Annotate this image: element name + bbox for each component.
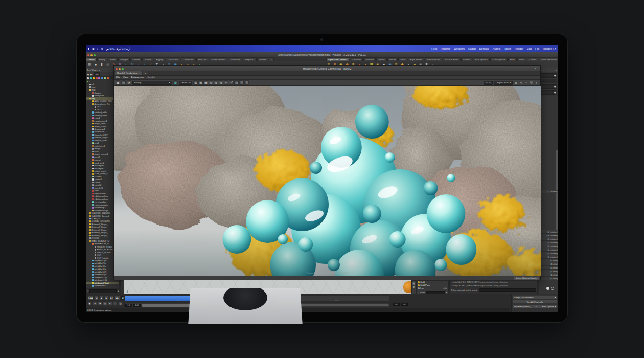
shelf-tab[interactable]: Simple FX xyxy=(243,57,257,61)
menubar-menu-item[interactable]: Takes xyxy=(504,47,511,50)
shelf-tab[interactable]: Model xyxy=(108,57,118,61)
wifi-icon[interactable]: ◉ xyxy=(92,47,95,50)
shelf-tab[interactable]: Modify xyxy=(97,57,107,61)
menubar-menu-item[interactable]: Help xyxy=(431,47,437,50)
children-count-row[interactable]: (0 children) xyxy=(539,252,558,255)
tree-filter-icon[interactable] xyxy=(101,77,103,79)
shelf-tab[interactable]: Wires xyxy=(517,57,527,61)
shelf-tab[interactable]: Terrain FX xyxy=(228,57,242,61)
renderview-tool-icon[interactable]: ⊘ xyxy=(219,80,223,85)
menubar-menu-item[interactable]: File xyxy=(535,47,539,50)
renderview-tool-icon[interactable]: ◑ xyxy=(534,80,539,85)
end-frame-field[interactable]: 240 xyxy=(393,303,400,306)
playbar-option-icon[interactable]: ▤ xyxy=(118,301,123,306)
renderview-tool-icon[interactable]: ⊕ xyxy=(214,80,218,85)
children-count-row[interactable]: (18 children) xyxy=(539,234,558,237)
children-count-row[interactable]: (0 children) xyxy=(539,230,558,234)
shelf-tab[interactable]: Collisions xyxy=(350,57,363,61)
renderview-tool-icon[interactable]: ⤢ xyxy=(229,80,234,85)
render-target-icon[interactable]: ◉ xyxy=(173,80,178,85)
shelf-tab[interactable]: Deform xyxy=(130,57,142,61)
parameter-field[interactable]: 🎥︎ xyxy=(540,90,557,95)
snapshot-icon[interactable]: ▣ xyxy=(116,80,120,85)
playbar-option-icon[interactable]: ◎ xyxy=(103,301,107,306)
menu-item[interactable]: View xyxy=(123,76,128,79)
renderview-tool-icon[interactable]: ▦ xyxy=(198,80,203,85)
node-path[interactable]: obj/Atmospheric_ xyxy=(514,305,531,308)
grid-icon[interactable]: ▦ xyxy=(412,282,415,285)
playbar-option-icon[interactable]: ◉ xyxy=(87,301,92,306)
shelf-tab[interactable]: Drive Simulation xyxy=(539,57,558,61)
transport-button[interactable]: ▶ xyxy=(104,296,109,300)
shelf-tab[interactable]: Texture xyxy=(142,57,153,61)
shelf-tab[interactable]: Hair Utils xyxy=(196,57,209,61)
children-count-row[interactable]: (0 children) xyxy=(539,248,558,252)
children-count-row[interactable]: (1 child) xyxy=(539,273,558,277)
tree-filter-icon[interactable] xyxy=(107,77,109,79)
filter-input[interactable] xyxy=(89,289,116,293)
tree-filter-icon[interactable] xyxy=(90,77,92,79)
renderview-tool-icon[interactable]: ⎙ xyxy=(244,80,249,85)
add-tab-button[interactable]: + xyxy=(143,71,148,75)
renderview-tool-icon[interactable]: ⌕ xyxy=(524,80,528,85)
restart-render-icon[interactable]: ⟳ xyxy=(127,80,131,85)
menubar-menu-item[interactable]: Edit xyxy=(527,47,532,50)
auto-refresh-select[interactable]: ‹ Auto ›▾ xyxy=(179,81,192,85)
shelf-tab[interactable]: Polygon xyxy=(118,57,130,61)
shelf-tab[interactable]: Volume xyxy=(257,57,268,61)
forward-icon[interactable]: ▶ xyxy=(90,72,93,77)
battery-icon[interactable]: ▮ xyxy=(88,47,89,50)
add-tab-icon[interactable]: + xyxy=(99,69,100,71)
menu-item[interactable]: Preferences xyxy=(131,76,144,79)
tree-filter-icon[interactable] xyxy=(93,77,95,79)
auto-update-select[interactable]: Auto Update ▾ xyxy=(542,305,556,308)
children-count-row[interactable]: (1 child) xyxy=(539,259,558,262)
transport-button[interactable]: ■ xyxy=(99,296,104,300)
renderview-tool-icon[interactable]: ▩ xyxy=(203,80,208,85)
tree-path[interactable]: obj xyxy=(94,72,100,76)
shelf-tab[interactable]: FEM xyxy=(508,57,517,61)
shelf-tab[interactable]: Create xyxy=(86,57,97,61)
shelf-tool-icon[interactable]: ▮ xyxy=(99,62,104,67)
range-end-field[interactable]: 240 xyxy=(133,304,141,307)
menubar-menu-item[interactable]: Desktop xyxy=(479,47,489,50)
render-flag-icon[interactable] xyxy=(551,287,554,290)
search-icon[interactable]: ⌕ xyxy=(97,47,99,51)
children-count-row[interactable]: (0 children) xyxy=(539,244,558,248)
renderview-tool-icon[interactable]: ⎘ xyxy=(239,80,244,85)
tree-filter-icon[interactable] xyxy=(96,77,98,79)
keys-dropdown[interactable]: 0 keys, 0/0 channels ▾ xyxy=(513,295,557,299)
refresh-icon[interactable]: ⟳ xyxy=(536,305,538,308)
close-icon[interactable]: × xyxy=(139,72,140,74)
renderview-tool-icon[interactable]: ✎ xyxy=(519,80,523,85)
aov-select[interactable]: beauty▾ xyxy=(132,81,172,85)
renderview-tool-icon[interactable]: ✂ xyxy=(224,80,228,85)
back-icon[interactable]: ◀ xyxy=(87,72,89,77)
shelf-tab[interactable]: SOP Pyro FX xyxy=(473,57,490,61)
key-all-channels-button[interactable]: Key All Channels xyxy=(513,300,557,304)
shelf-tab[interactable]: Grains xyxy=(376,57,386,61)
playbar-option-icon[interactable]: ↔ xyxy=(113,301,118,306)
playbar-option-icon[interactable]: ♦ xyxy=(93,301,97,306)
shelf-tool-icon[interactable]: ▦ xyxy=(87,62,92,67)
shelf-tab[interactable]: Particles xyxy=(363,57,376,61)
tree-filter-icon[interactable] xyxy=(87,77,89,79)
playbar-option-icon[interactable]: ⚑ xyxy=(98,301,102,306)
renderview-tool-icon[interactable]: ⚙ xyxy=(514,80,518,85)
display-flag-icon[interactable] xyxy=(546,287,549,290)
transport-button[interactable]: ▶▶ xyxy=(114,296,120,300)
shelf-tool-icon[interactable]: ◎ xyxy=(105,62,110,67)
tree-node-row[interactable]: attribdelete1 xyxy=(86,284,119,287)
close-icon[interactable]: × xyxy=(97,69,98,71)
renderview-tool-icon[interactable]: ⓘ xyxy=(529,80,534,85)
shelf-tab[interactable]: Particle Fluids xyxy=(425,57,442,61)
shelf-tab[interactable]: Lights and Cameras xyxy=(326,57,349,61)
menubar-menu-item[interactable]: Houdini FX xyxy=(543,47,556,50)
rendered-image[interactable]: Frame: 102 2020-02-06 20:03:50 (1m:54s) xyxy=(114,86,541,276)
camera-icon[interactable]: 🎥︎ xyxy=(540,73,557,78)
menu-item[interactable]: File xyxy=(116,76,120,79)
range-start-field[interactable]: 1.0 xyxy=(125,304,132,307)
shelf-tab[interactable]: Viscous Fluids xyxy=(443,57,461,61)
menubar-menu-item[interactable]: Redshift xyxy=(441,47,450,50)
menubar-menu-item[interactable]: Render xyxy=(515,47,523,50)
